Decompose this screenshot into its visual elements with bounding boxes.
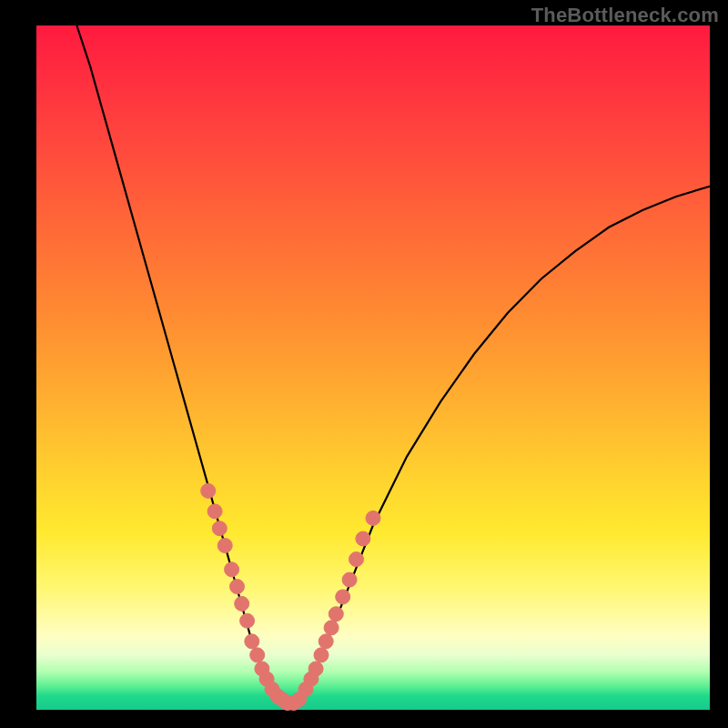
scatter-dot (207, 504, 222, 519)
scatter-dot (324, 621, 339, 635)
scatter-dot (245, 634, 259, 649)
scatter-dot (349, 552, 364, 567)
scatter-dot (314, 648, 329, 662)
scatter-dot (240, 613, 255, 628)
bottleneck-curve (76, 25, 710, 703)
scatter-dot (356, 531, 370, 546)
scatter-dot (230, 580, 245, 594)
scatter-dot (212, 521, 227, 536)
scatter-dot (225, 562, 239, 577)
scatter-dot (235, 596, 249, 611)
scatter-dot (217, 539, 232, 553)
scatter-dot (250, 648, 265, 662)
scatter-dot (342, 572, 357, 587)
scatter-dot (308, 662, 323, 676)
scatter-dot (318, 634, 333, 649)
scatter-dot (329, 607, 343, 622)
watermark-text: TheBottleneck.com (531, 4, 719, 27)
scatter-dot-group (201, 483, 380, 710)
scatter-dot (366, 511, 380, 525)
chart-overlay (36, 25, 710, 710)
scatter-dot (201, 483, 216, 498)
scatter-dot (336, 590, 350, 604)
chart-frame: TheBottleneck.com (0, 0, 728, 728)
